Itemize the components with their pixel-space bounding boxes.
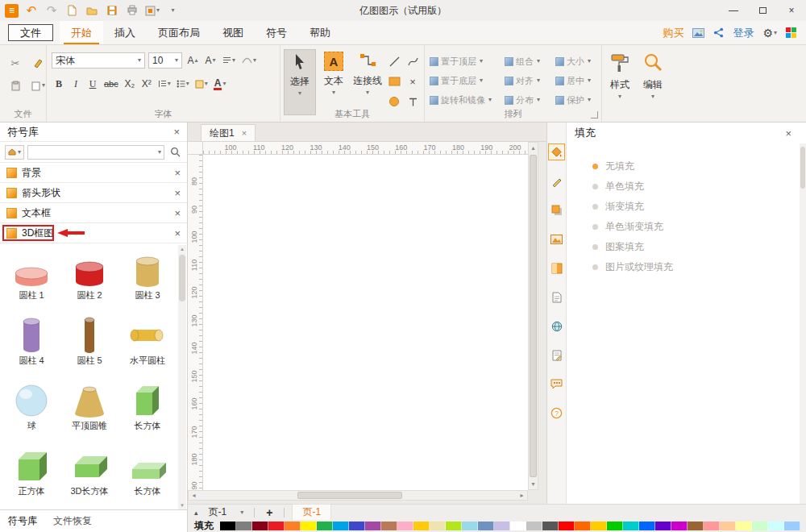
line-tool-icon[interactable]: [385, 52, 403, 71]
close-icon[interactable]: ×: [174, 228, 181, 239]
color-swatch[interactable]: [591, 522, 607, 530]
save-icon[interactable]: [105, 3, 119, 18]
color-swatch[interactable]: [236, 522, 252, 530]
search-icon[interactable]: [168, 145, 182, 160]
close-shape-tool-icon[interactable]: ×: [404, 72, 422, 91]
settings-gear-icon[interactable]: ⚙▾: [762, 27, 777, 39]
file-menu-button[interactable]: 文件: [8, 24, 53, 41]
font-color-button[interactable]: A▾: [212, 76, 228, 92]
close-icon[interactable]: ×: [174, 168, 181, 178]
scroll-up-icon[interactable]: ▴: [529, 143, 538, 153]
close-icon[interactable]: ×: [174, 188, 181, 198]
page-tab-active[interactable]: 页-1: [292, 504, 331, 521]
edit-button[interactable]: 编辑 ▾: [638, 49, 668, 100]
format-painter-icon[interactable]: [30, 55, 46, 71]
maximize-button[interactable]: [748, 0, 777, 21]
color-swatch[interactable]: [462, 522, 478, 530]
document-tab[interactable]: 绘图1 ×: [201, 124, 256, 141]
color-swatch[interactable]: [430, 522, 446, 530]
fill-option[interactable]: 单色填充: [592, 177, 673, 197]
color-swatch[interactable]: [252, 522, 268, 530]
page-setup-tool-icon[interactable]: [548, 289, 565, 305]
app-menu-icon[interactable]: ≡: [5, 4, 19, 18]
shape-item[interactable]: 圆柱 5: [60, 314, 118, 380]
fill-panel-scrollbar[interactable]: [800, 143, 806, 504]
fill-option[interactable]: 单色渐变填充: [592, 217, 673, 237]
arrange-item[interactable]: 对齐▾: [505, 71, 555, 90]
line-spacing-button[interactable]: ▾: [156, 76, 172, 92]
color-swatch[interactable]: [752, 522, 768, 530]
color-swatch[interactable]: [446, 522, 462, 530]
color-swatch[interactable]: [655, 522, 671, 530]
color-swatch[interactable]: [494, 522, 510, 530]
bullet-list-button[interactable]: ▾: [175, 76, 191, 92]
color-swatch[interactable]: [397, 522, 413, 530]
library-section-background[interactable]: 背景 ×: [0, 163, 187, 183]
close-icon[interactable]: ×: [174, 208, 181, 218]
close-icon[interactable]: ×: [242, 128, 247, 138]
panel-tab[interactable]: 文件恢复: [53, 514, 92, 528]
drawing-canvas[interactable]: [203, 155, 528, 490]
pages-expand-icon[interactable]: ▴: [194, 509, 198, 517]
text-fill-button[interactable]: ▾: [193, 76, 210, 92]
fill-option[interactable]: 渐变填充: [592, 197, 673, 217]
library-home-button[interactable]: ▾: [5, 145, 24, 160]
strikethrough-button[interactable]: abc: [102, 76, 120, 92]
shape-item[interactable]: 球: [2, 380, 60, 445]
curve-text-button[interactable]: ▾: [240, 52, 258, 69]
fill-option[interactable]: 图片或纹理填充: [592, 257, 673, 277]
ribbon-tab[interactable]: 开始: [60, 21, 103, 44]
increase-font-button[interactable]: A▴: [185, 52, 200, 69]
color-swatch[interactable]: [333, 522, 349, 530]
underline-button[interactable]: U: [85, 76, 100, 92]
scroll-left-icon[interactable]: ◂: [189, 491, 199, 500]
color-swatch[interactable]: [704, 522, 720, 530]
fill-tool-icon[interactable]: [548, 143, 565, 160]
arrange-item[interactable]: 分布▾: [505, 90, 555, 110]
close-icon[interactable]: ×: [173, 127, 180, 137]
font-family-select[interactable]: 宋体▾: [52, 52, 145, 69]
text-tool[interactable]: A 文本 ▾: [318, 49, 350, 96]
new-file-icon[interactable]: [64, 3, 79, 18]
arrange-item[interactable]: 置于顶层▾: [430, 52, 504, 71]
minimize-button[interactable]: —: [719, 0, 748, 21]
scroll-down-icon[interactable]: ▾: [178, 501, 186, 509]
color-swatch[interactable]: [688, 522, 704, 530]
color-swatch[interactable]: [285, 522, 301, 530]
scroll-right-icon[interactable]: ▸: [517, 491, 527, 500]
shape-item[interactable]: 水平圆柱: [118, 314, 177, 380]
color-swatch[interactable]: [559, 522, 575, 530]
color-swatch[interactable]: [623, 522, 639, 530]
image-export-icon[interactable]: [692, 28, 704, 38]
canvas-horizontal-scrollbar[interactable]: ◂ ▸: [188, 490, 528, 501]
canvas-vertical-scrollbar[interactable]: ▴ ▾: [528, 142, 538, 490]
shape-item[interactable]: 正方体: [2, 445, 60, 509]
library-section-arrow-shapes[interactable]: 箭头形状 ×: [0, 183, 187, 203]
ribbon-tab[interactable]: 帮助: [298, 21, 342, 44]
tools-icon[interactable]: ▾: [145, 3, 160, 18]
fill-option[interactable]: 无填充: [592, 156, 673, 177]
gradient-tool-icon[interactable]: [548, 260, 565, 276]
paste-options-icon[interactable]: ▾: [30, 77, 46, 94]
help-tool-icon[interactable]: ?: [548, 405, 565, 422]
paste-icon[interactable]: [7, 77, 23, 94]
close-button[interactable]: ×: [777, 0, 806, 21]
color-swatch[interactable]: [220, 522, 236, 530]
color-swatch[interactable]: [349, 522, 365, 530]
color-swatch[interactable]: [478, 522, 494, 530]
scrollbar-thumb[interactable]: [530, 155, 537, 477]
open-file-icon[interactable]: [85, 3, 99, 18]
panel-tab[interactable]: 符号库: [8, 514, 37, 528]
shape-item[interactable]: 圆柱 4: [2, 314, 60, 380]
print-icon[interactable]: [125, 3, 139, 18]
shape-item[interactable]: 平顶圆锥: [60, 380, 118, 445]
comment-tool-icon[interactable]: [548, 376, 565, 393]
color-swatch[interactable]: [720, 522, 736, 530]
shape-item[interactable]: 长方体: [118, 380, 177, 445]
add-page-button[interactable]: +: [262, 507, 276, 518]
note-tool-icon[interactable]: [548, 347, 565, 364]
plugin-icon[interactable]: [786, 27, 796, 38]
hyperlink-tool-icon[interactable]: [548, 318, 565, 335]
color-swatch[interactable]: [639, 522, 655, 530]
rectangle-tool-icon[interactable]: [385, 72, 403, 91]
